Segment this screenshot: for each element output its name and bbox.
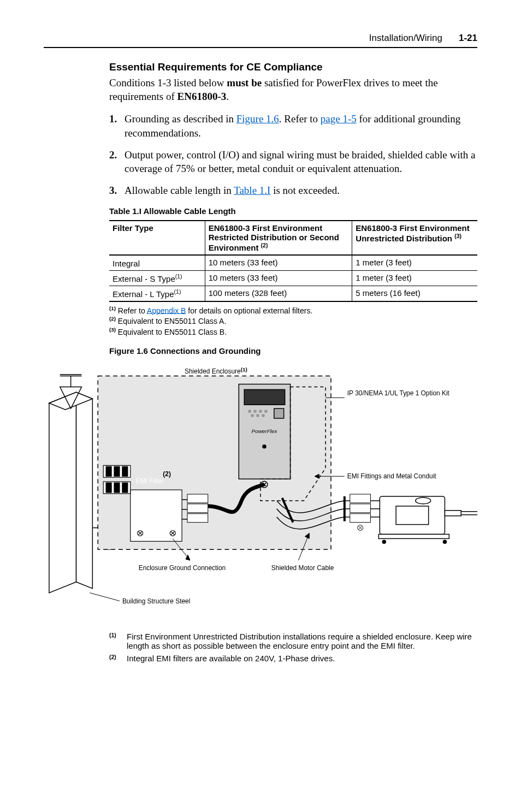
svg-marker-0 <box>49 392 76 592</box>
list-text: Grounding as described in Figure 1.6. Re… <box>125 112 477 140</box>
wire-label: W/T3 <box>352 514 366 521</box>
section-heading: Essential Requirements for CE Compliance <box>109 61 477 73</box>
svg-point-22 <box>263 444 266 448</box>
cell-env-unrestricted: 1 meter (3 feet) <box>352 255 477 271</box>
intro-bold-2: EN61800-3 <box>177 91 227 102</box>
wiring-diagram: PowerFlex EMI Filter L1 L1' L2 <box>44 359 477 626</box>
footnote: (2) Equivalent to EN55011 Class A. <box>109 316 477 325</box>
list-number: 2. <box>109 148 125 176</box>
svg-text:L2: L2 <box>140 507 147 514</box>
svg-point-14 <box>248 410 251 412</box>
svg-text:L3: L3 <box>140 518 147 525</box>
svg-rect-42 <box>122 466 128 476</box>
figure-link[interactable]: Figure 1.6 <box>236 113 279 125</box>
cell-env-restricted: 10 meters (33 feet) <box>205 270 352 286</box>
svg-point-16 <box>259 410 262 412</box>
emi-fittings-label: EMI Fittings and Metal Conduit <box>347 472 436 480</box>
column-header: Filter Type <box>109 221 205 255</box>
cell-env-restricted: 10 meters (33 feet) <box>205 255 352 271</box>
figure-caption: Figure 1.6 Connections and Grounding <box>109 346 477 355</box>
svg-point-64 <box>443 540 446 543</box>
intro-text: . <box>226 91 229 102</box>
svg-rect-13 <box>244 389 285 405</box>
cell-filter-type: External - L Type(1) <box>109 286 205 301</box>
intro-paragraph: Conditions 1-3 listed below must be sati… <box>109 76 477 103</box>
svg-text:L1: L1 <box>140 496 147 503</box>
svg-text:L2': L2' <box>167 507 175 514</box>
table-footnotes: (1) Refer to Appendix B for details on o… <box>109 305 477 336</box>
svg-rect-46 <box>122 483 128 493</box>
svg-point-15 <box>254 410 256 412</box>
cell-env-unrestricted: 5 meters (16 feet) <box>352 286 477 301</box>
wire-label: R/L1 <box>190 495 202 501</box>
wire-label: V/T2 <box>352 505 365 511</box>
svg-rect-59 <box>445 510 461 515</box>
list-item: 1. Grounding as described in Figure 1.6.… <box>109 112 477 140</box>
drive-unit-icon: PowerFlex <box>239 384 290 488</box>
svg-text:L3': L3' <box>167 518 175 525</box>
intro-bold-1: must be <box>227 77 262 88</box>
emi-filter-sup: (2) <box>163 470 171 478</box>
svg-rect-41 <box>114 466 120 476</box>
column-header: EN61800-3 First Environment Unrestricted… <box>352 221 477 255</box>
footnote: (3) Equivalent to EN55011 Class B. <box>109 327 477 336</box>
list-item: 2. Output power, control (I/O) and signa… <box>109 148 477 176</box>
footnote: (1) Refer to Appendix B for details on o… <box>109 305 477 315</box>
table-row: External - L Type(1) 100 meters (328 fee… <box>109 286 477 301</box>
cable-length-table: Filter Type EN61800-3 First Environment … <box>109 220 477 302</box>
table-row: External - S Type(1) 10 meters (33 feet)… <box>109 270 477 286</box>
cell-filter-type: Integral <box>109 255 205 271</box>
table-row: Integral 10 meters (33 feet) 1 meter (3 … <box>109 255 477 271</box>
figure-footnote: (1) First Environment Unrestricted Distr… <box>109 632 477 650</box>
intro-text: Conditions 1-3 listed below <box>109 77 227 88</box>
svg-marker-1 <box>76 392 93 588</box>
page-link[interactable]: page 1-5 <box>321 113 357 125</box>
wire-label: S/L2 <box>190 505 202 511</box>
enclosure-ground-label: Enclosure Ground Connection <box>139 564 226 571</box>
svg-point-20 <box>262 414 264 417</box>
svg-point-17 <box>265 410 267 412</box>
list-text: Output power, control (I/O) and signal w… <box>125 148 477 176</box>
svg-point-63 <box>382 540 386 543</box>
requirements-list: 1. Grounding as described in Figure 1.6.… <box>109 112 477 197</box>
table-header-row: Filter Type EN61800-3 First Environment … <box>109 221 477 255</box>
cell-filter-type: External - S Type(1) <box>109 270 205 286</box>
header-section: Installation/Wiring <box>369 33 442 44</box>
svg-point-58 <box>416 497 431 503</box>
list-number: 3. <box>109 183 125 198</box>
shielded-motor-label: Shielded Motor Cable <box>271 564 334 571</box>
wire-label: T/L3 <box>190 514 202 521</box>
svg-rect-44 <box>106 483 111 493</box>
shielded-enclosure-label: Shielded Enclosure <box>185 367 241 375</box>
list-item: 3. Allowable cable length in Table 1.I i… <box>109 183 477 198</box>
option-kit-label: IP 30/NEMA 1/UL Type 1 Option Kit <box>347 389 450 397</box>
emi-filter-label: EMI Filter <box>136 477 164 485</box>
svg-line-73 <box>90 592 120 601</box>
list-number: 1. <box>109 112 125 140</box>
column-header: EN61800-3 First Environment Restricted D… <box>205 221 352 255</box>
svg-point-19 <box>257 414 259 417</box>
cell-env-restricted: 100 meters (328 feet) <box>205 286 352 301</box>
wire-label: U/T1 <box>352 495 365 501</box>
svg-rect-57 <box>396 506 429 524</box>
svg-rect-40 <box>106 466 111 476</box>
header-page-number: 1-21 <box>459 33 477 44</box>
list-text: Allowable cable length in Table 1.I is n… <box>125 183 340 198</box>
table-link[interactable]: Table 1.I <box>234 185 270 196</box>
svg-text:L1': L1' <box>167 496 175 503</box>
svg-rect-21 <box>274 408 284 418</box>
figure-footnote: (2) Integral EMI filters are available o… <box>109 654 477 664</box>
figure-footnotes: (1) First Environment Unrestricted Distr… <box>109 632 477 664</box>
powerflex-label: PowerFlex <box>252 428 278 434</box>
cell-env-unrestricted: 1 meter (3 feet) <box>352 270 477 286</box>
building-steel-label: Building Structure Steel <box>122 597 190 605</box>
motor-icon <box>378 496 477 543</box>
svg-rect-45 <box>114 483 120 493</box>
appendix-link[interactable]: Appendix B <box>147 306 186 315</box>
svg-rect-62 <box>378 534 449 538</box>
page-header: Installation/Wiring 1-21 <box>44 33 477 48</box>
svg-text:Shielded Enclosure(1): Shielded Enclosure(1) <box>185 366 247 375</box>
table-caption: Table 1.I Allowable Cable Length <box>109 206 477 216</box>
svg-point-18 <box>251 414 253 417</box>
